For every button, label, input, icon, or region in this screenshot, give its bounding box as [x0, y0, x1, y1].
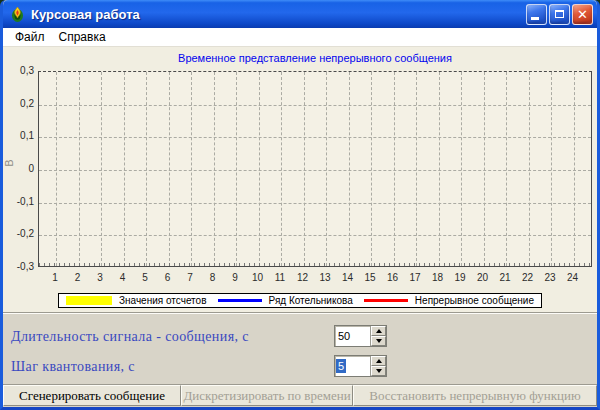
x-tick-label: 11	[269, 272, 291, 283]
duration-spin-up-button[interactable]	[371, 326, 386, 336]
gridline-vertical	[506, 72, 507, 266]
gridline-vertical	[304, 72, 305, 266]
gridline-vertical	[191, 72, 192, 266]
close-button[interactable]: ✕	[572, 4, 593, 25]
x-tick-label: 8	[202, 272, 224, 283]
x-tick-label: 2	[67, 272, 89, 283]
x-tick-label: 17	[404, 272, 426, 283]
duration-spin-down-button[interactable]	[371, 336, 386, 346]
quant-step-spin-buttons	[370, 356, 386, 376]
gridline-vertical	[169, 72, 170, 266]
gridline-vertical	[574, 72, 575, 266]
window-title: Курсовая работа	[31, 7, 524, 22]
legend-item: Ряд Котельникова	[218, 295, 353, 306]
x-tick-label: 22	[517, 272, 539, 283]
gridline-vertical	[326, 72, 327, 266]
x-tick-label: 9	[224, 272, 246, 283]
x-tick-label: 3	[89, 272, 111, 283]
legend-label: Значения отсчетов	[119, 295, 206, 306]
arrow-up-icon	[376, 359, 382, 363]
x-tick-label: 5	[134, 272, 156, 283]
legend-swatch-icon	[218, 299, 262, 302]
x-tick-label: 15	[359, 272, 381, 283]
menu-bar: Файл Справка	[3, 28, 597, 47]
settings-panel: Длительность сигнала - сообщения, с 50 Ш…	[3, 312, 597, 384]
y-tick-label: 0,1	[3, 130, 34, 141]
bottom-toolbar: Сгенерировать сообщение Дискретизировать…	[3, 384, 597, 406]
legend-label: Ряд Котельникова	[269, 295, 353, 306]
app-icon	[9, 6, 26, 23]
gridline-vertical	[79, 72, 80, 266]
x-tick-label: 24	[562, 272, 584, 283]
duration-label: Длительность сигнала - сообщения, с	[11, 329, 249, 345]
minimize-button[interactable]	[526, 4, 547, 25]
x-tick-label: 16	[382, 272, 404, 283]
gridline-vertical	[484, 72, 485, 266]
duration-value: 50	[335, 326, 370, 346]
gridline-vertical	[416, 72, 417, 266]
gridline-vertical	[259, 72, 260, 266]
legend-item: Значения отсчетов	[66, 295, 206, 306]
x-tick-label: 21	[494, 272, 516, 283]
x-tick-label: 23	[539, 272, 561, 283]
x-tick-label: 7	[179, 272, 201, 283]
menu-file[interactable]: Файл	[8, 29, 52, 45]
gridline-vertical	[529, 72, 530, 266]
gridline-vertical	[124, 72, 125, 266]
quant-step-spinedit[interactable]: 5	[334, 355, 387, 377]
y-tick-label: 0	[3, 163, 34, 174]
y-tick-label: 0,2	[3, 98, 34, 109]
gridline-vertical	[56, 72, 57, 266]
toolbar-button-2[interactable]: Дискретизировать по времени	[181, 385, 353, 406]
quant-step-spin-down-button[interactable]	[371, 366, 386, 376]
gridline-vertical	[101, 72, 102, 266]
gridline-vertical	[439, 72, 440, 266]
x-tick-label: 18	[427, 272, 449, 283]
title-bar: Курсовая работа ✕	[3, 0, 597, 28]
gridline-vertical	[551, 72, 552, 266]
chart-panel: Временное представление непрерывного соо…	[3, 47, 597, 312]
gridline-vertical	[349, 72, 350, 266]
gridline-horizontal	[39, 203, 591, 204]
quant-step-value: 5	[336, 359, 346, 373]
toolbar-button-1[interactable]: Сгенерировать сообщение	[3, 385, 181, 406]
gridline-vertical	[371, 72, 372, 266]
x-tick-label: 20	[472, 272, 494, 283]
x-tick-label: 6	[157, 272, 179, 283]
x-tick-label: 10	[247, 272, 269, 283]
legend-label: Непрерывное сообщение	[415, 295, 534, 306]
x-tick-label: 4	[112, 272, 134, 283]
quant-step-label: Шаг квантования, с	[11, 359, 135, 375]
chart-legend: Значения отсчетовРяд КотельниковаНепреры…	[58, 293, 542, 308]
gridline-vertical	[214, 72, 215, 266]
x-tick-label: 19	[449, 272, 471, 283]
y-tick-label: -0,3	[3, 261, 34, 272]
duration-spin-buttons	[370, 326, 386, 346]
gridline-horizontal	[39, 137, 591, 138]
maximize-icon	[555, 10, 564, 18]
gridline-horizontal	[39, 105, 591, 106]
x-tick-label: 12	[292, 272, 314, 283]
plot-area	[38, 71, 592, 267]
quant-step-spin-up-button[interactable]	[371, 356, 386, 366]
duration-spinedit[interactable]: 50	[334, 325, 387, 347]
menu-help[interactable]: Справка	[52, 29, 113, 45]
gridline-horizontal	[39, 170, 591, 171]
legend-swatch-icon	[364, 299, 408, 302]
legend-swatch-icon	[66, 296, 112, 305]
y-tick-label: -0,1	[3, 196, 34, 207]
y-tick-label: 0,3	[3, 65, 34, 76]
gridline-vertical	[236, 72, 237, 266]
chart-title: Временное представление непрерывного соо…	[38, 52, 592, 64]
toolbar-button-3[interactable]: Восстановить непрерывную функцию	[353, 385, 597, 406]
edit-whitespace	[346, 356, 370, 376]
gridline-vertical	[461, 72, 462, 266]
maximize-button[interactable]	[549, 4, 570, 25]
close-icon: ✕	[577, 8, 588, 21]
gridline-horizontal	[39, 235, 591, 236]
gridline-vertical	[281, 72, 282, 266]
gridline-vertical	[394, 72, 395, 266]
y-tick-label: -0,2	[3, 228, 34, 239]
app-window: Курсовая работа ✕ Файл Справка Временное…	[0, 0, 600, 410]
minimize-icon	[531, 17, 539, 20]
